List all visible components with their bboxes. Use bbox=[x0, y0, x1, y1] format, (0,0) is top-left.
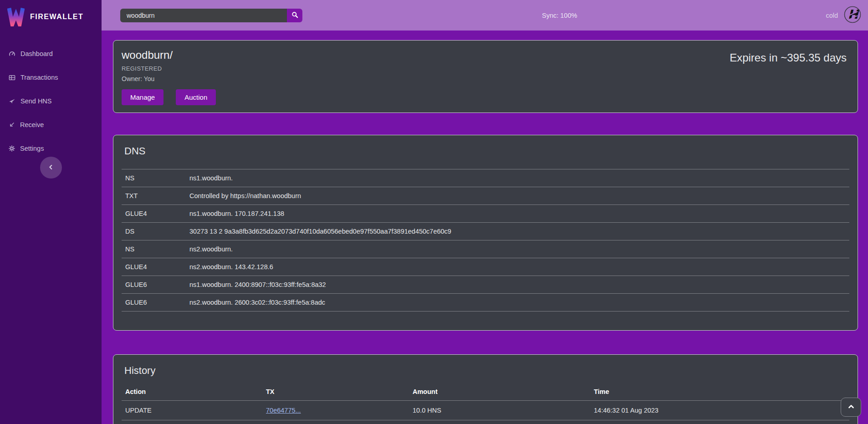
domain-expiry: Expires in ~395.35 days bbox=[730, 51, 847, 104]
history-card-title: History bbox=[124, 365, 849, 377]
brand-name: FIREWALLET bbox=[30, 13, 83, 21]
sidebar-item-transactions[interactable]: Transactions bbox=[0, 66, 102, 89]
search-button[interactable] bbox=[287, 9, 302, 22]
transactions-table-icon bbox=[9, 74, 15, 81]
dns-record-type: TXT bbox=[122, 187, 186, 205]
gear-icon bbox=[9, 145, 15, 152]
sidebar-item-dashboard[interactable]: Dashboard bbox=[0, 42, 102, 66]
dns-record-row: DS 30273 13 2 9a3a8fb3d625d2a2073d740f10… bbox=[122, 223, 849, 240]
history-col-action: Action bbox=[122, 383, 262, 401]
history-time: 14:46:32 01 Aug 2023 bbox=[590, 401, 849, 420]
dns-record-value: 30273 13 2 9a3a8fb3d625d2a2073d740f10da6… bbox=[186, 223, 849, 240]
sync-status: Sync: 100% bbox=[542, 12, 577, 19]
sidebar-item-send-hns[interactable]: Send HNS bbox=[0, 89, 102, 113]
dns-record-row: GLUE4 ns2.woodburn. 143.42.128.6 bbox=[122, 258, 849, 276]
dns-record-type: DS bbox=[122, 223, 186, 240]
sidebar-item-label: Dashboard bbox=[20, 50, 53, 57]
dns-record-value: ns2.woodburn. 143.42.128.6 bbox=[186, 258, 849, 276]
brand: FIREWALLET bbox=[0, 0, 102, 29]
domain-owner: Owner: You bbox=[122, 75, 216, 82]
dns-record-value: ns1.woodburn. 2400:8907::f03c:93ff:fe5a:… bbox=[186, 276, 849, 294]
history-card: History Action TX Amount Time UPDATE 70e… bbox=[113, 354, 858, 424]
chevron-up-icon bbox=[848, 403, 855, 412]
scroll-to-top-button[interactable] bbox=[841, 398, 861, 417]
history-action: UPDATE bbox=[122, 401, 262, 420]
dns-records-table: NS ns1.woodburn. TXT Controlled by https… bbox=[122, 169, 849, 312]
search-input[interactable] bbox=[120, 9, 287, 22]
search-bar bbox=[120, 9, 302, 22]
dns-record-type: GLUE6 bbox=[122, 276, 186, 294]
dns-record-type: NS bbox=[122, 240, 186, 258]
auction-button[interactable]: Auction bbox=[176, 89, 216, 105]
sidebar: FIREWALLET Dashboard Transactions Send H… bbox=[0, 0, 102, 424]
history-table: Action TX Amount Time UPDATE 70e64775...… bbox=[122, 383, 849, 424]
dns-record-value: Controlled by https://nathan.woodburn bbox=[186, 187, 849, 205]
history-amount: 10.0 HNS bbox=[409, 420, 590, 424]
handshake-logo-icon[interactable]: H bbox=[844, 6, 861, 25]
dns-record-type: GLUE4 bbox=[122, 258, 186, 276]
sidebar-nav: Dashboard Transactions Send HNS Receive … bbox=[0, 42, 102, 160]
firewallet-logo-icon bbox=[7, 6, 25, 28]
dns-record-value: ns2.woodburn. bbox=[186, 240, 849, 258]
sidebar-collapse-button[interactable] bbox=[40, 157, 62, 179]
dns-record-value: ns1.woodburn. bbox=[186, 169, 849, 187]
dns-record-row: TXT Controlled by https://nathan.woodbur… bbox=[122, 187, 849, 205]
sidebar-item-label: Receive bbox=[20, 121, 44, 128]
history-row: RENEW d72e3c6... 10.0 HNS 15:47:33 07 Fe… bbox=[122, 420, 849, 424]
sidebar-item-receive[interactable]: Receive bbox=[0, 113, 102, 137]
sidebar-item-label: Send HNS bbox=[20, 97, 52, 105]
dns-record-value: ns1.woodburn. 170.187.241.138 bbox=[186, 205, 849, 223]
history-row: UPDATE 70e64775... 10.0 HNS 14:46:32 01 … bbox=[122, 401, 849, 420]
manage-button[interactable]: Manage bbox=[122, 89, 163, 105]
dns-record-row: GLUE6 ns2.woodburn. 2600:3c02::f03c:93ff… bbox=[122, 294, 849, 312]
domain-status-badge: REGISTERED bbox=[122, 65, 216, 72]
dns-record-row: GLUE4 ns1.woodburn. 170.187.241.138 bbox=[122, 205, 849, 223]
wallet-mode-label: cold bbox=[826, 12, 838, 19]
dashboard-gauge-icon bbox=[9, 51, 15, 57]
history-header-row: Action TX Amount Time bbox=[122, 383, 849, 401]
sidebar-item-label: Transactions bbox=[20, 74, 58, 81]
history-col-tx: TX bbox=[262, 383, 409, 401]
topbar: Sync: 100% cold H bbox=[102, 0, 868, 31]
history-action: RENEW bbox=[122, 420, 262, 424]
dns-record-row: NS ns2.woodburn. bbox=[122, 240, 849, 258]
search-icon bbox=[291, 11, 298, 20]
history-amount: 10.0 HNS bbox=[409, 401, 590, 420]
dns-record-type: GLUE4 bbox=[122, 205, 186, 223]
sidebar-item-label: Settings bbox=[20, 145, 44, 152]
chevron-left-icon bbox=[48, 164, 54, 172]
dns-record-row: NS ns1.woodburn. bbox=[122, 169, 849, 187]
dns-record-type: GLUE6 bbox=[122, 294, 186, 312]
history-col-time: Time bbox=[590, 383, 849, 401]
dns-card-title: DNS bbox=[124, 145, 849, 157]
history-col-amount: Amount bbox=[409, 383, 590, 401]
dns-record-value: ns2.woodburn. 2600:3c02::f03c:93ff:fe5a:… bbox=[186, 294, 849, 312]
domain-card: woodburn/ REGISTERED Owner: You Manage A… bbox=[113, 40, 858, 113]
history-time: 15:47:33 07 Feb 2023 bbox=[590, 420, 849, 424]
dns-record-type: NS bbox=[122, 169, 186, 187]
tx-link[interactable]: 70e64775... bbox=[266, 407, 301, 414]
domain-title: woodburn/ bbox=[122, 49, 216, 61]
receive-arrow-icon bbox=[9, 122, 15, 128]
dns-card: DNS NS ns1.woodburn. TXT Controlled by h… bbox=[113, 135, 858, 331]
send-plane-icon bbox=[9, 98, 15, 105]
dns-record-row: GLUE6 ns1.woodburn. 2400:8907::f03c:93ff… bbox=[122, 276, 849, 294]
